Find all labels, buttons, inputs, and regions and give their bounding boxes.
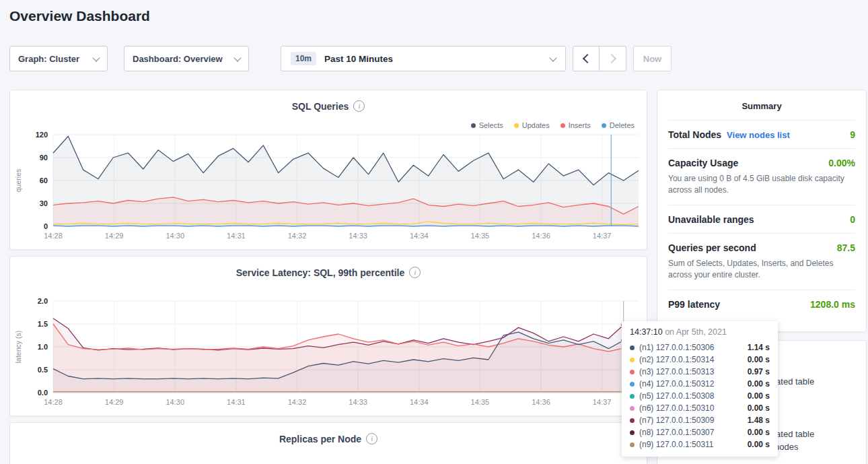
series-dot-icon [630, 418, 635, 423]
svg-text:14:30: 14:30 [166, 232, 184, 240]
svg-text:14:33: 14:33 [349, 398, 367, 406]
summary-rows: Total NodesView nodes list9Capacity Usag… [657, 120, 866, 318]
chevron-left-icon [582, 54, 591, 63]
summary-value: 0.00% [828, 158, 855, 168]
legend-dot-icon [602, 123, 606, 128]
tooltip-row: (n7) 127.0.0.1:503091.48 s [630, 414, 770, 426]
summary-panel: Summary Total NodesView nodes list9Capac… [657, 90, 867, 332]
view-nodes-link[interactable]: View nodes list [727, 130, 790, 140]
overview-dashboard-page: Overview Dashboard Graph: Cluster Dashbo… [0, 0, 868, 464]
tooltip-row: (n3) 127.0.0.1:503130.97 s [630, 366, 770, 378]
tooltip-node-value: 0.00 s [748, 428, 770, 437]
dashboard-dropdown-label: Dashboard: Overview [133, 54, 223, 64]
info-icon[interactable]: i [409, 267, 421, 278]
time-prev-button[interactable] [573, 46, 600, 71]
tooltip-row: (n4) 127.0.0.1:503120.00 s [630, 378, 770, 390]
svg-text:14:35: 14:35 [471, 398, 490, 406]
tooltip-node-label: (n4) 127.0.0.1:50312 [639, 379, 714, 389]
legend-dot-icon [514, 123, 519, 128]
graph-dropdown[interactable]: Graph: Cluster [9, 46, 108, 71]
time-range-selector[interactable]: 10m Past 10 Minutes [281, 46, 566, 71]
tooltip-node-value: 0.97 s [748, 367, 770, 376]
info-icon[interactable]: i [366, 433, 377, 444]
svg-text:120: 120 [36, 131, 48, 139]
chart-title-row: Replicas per Node i [10, 423, 647, 444]
tooltip-row: (n2) 127.0.0.1:503140.00 s [630, 354, 770, 366]
legend-dot-icon [560, 123, 565, 128]
svg-text:14:32: 14:32 [288, 232, 307, 240]
svg-text:14:36: 14:36 [532, 232, 550, 240]
series-dot-icon [630, 370, 635, 374]
chart-hover-tooltip: 14:37:10 on Apr 5th, 2021 (n1) 127.0.0.1… [622, 321, 778, 457]
charts-column: SQL Queries i SelectsUpdatesInsertsDelet… [9, 90, 647, 464]
tooltip-row: (n6) 127.0.0.1:503100.00 s [630, 402, 770, 414]
time-range-badge: 10m [291, 52, 316, 65]
svg-text:14:28: 14:28 [44, 398, 63, 406]
svg-text:14:28: 14:28 [44, 232, 63, 240]
svg-text:60: 60 [40, 176, 48, 185]
dashboard-dropdown[interactable]: Dashboard: Overview [124, 46, 249, 71]
event-item: nodes [774, 442, 798, 452]
chart-title: Replicas per Node [279, 434, 361, 444]
tooltip-row: (n9) 127.0.0.1:503110.00 s [630, 438, 770, 451]
tooltip-node-value: 1.14 s [748, 343, 770, 352]
series-dot-icon [630, 382, 635, 387]
svg-text:14:34: 14:34 [410, 232, 429, 240]
tooltip-rows: (n1) 127.0.0.1:503061.14 s(n2) 127.0.0.1… [630, 341, 770, 451]
service-latency-chart[interactable]: 0.00.51.01.52.014:2814:2914:3014:3114:32… [10, 294, 647, 410]
sql-queries-chart[interactable]: 030609012014:2814:2914:3014:3114:3214:33… [10, 128, 647, 244]
svg-text:0.5: 0.5 [38, 366, 48, 374]
svg-text:14:31: 14:31 [227, 398, 246, 406]
summary-row: Total NodesView nodes list9 [668, 120, 855, 148]
svg-text:1.5: 1.5 [38, 320, 48, 328]
summary-value: 87.5 [837, 242, 855, 253]
tooltip-node-label: (n6) 127.0.0.1:50310 [639, 403, 714, 413]
summary-row: Queries per second87.5Sum of Selects, Up… [668, 233, 855, 290]
svg-text:14:36: 14:36 [532, 398, 550, 406]
chart-title: Service Latency: SQL, 99th percentile [236, 267, 405, 278]
svg-text:0.0: 0.0 [38, 389, 48, 397]
chevron-right-icon [607, 54, 616, 63]
legend-dot-icon [471, 123, 476, 128]
svg-text:1.0: 1.0 [38, 343, 48, 351]
time-range-label: Past 10 Minutes [324, 54, 393, 64]
tooltip-timestamp: 14:37:10 on Apr 5th, 2021 [630, 327, 770, 337]
series-dot-icon [630, 430, 635, 435]
info-icon[interactable]: i [353, 100, 365, 112]
tooltip-node-label: (n7) 127.0.0.1:50309 [639, 416, 714, 425]
summary-value: 0 [850, 214, 855, 225]
tooltip-row: (n1) 127.0.0.1:503061.14 s [630, 341, 770, 354]
tooltip-node-value: 0.00 s [748, 355, 770, 364]
replicas-per-node-chart-card: Replicas per Node i [9, 422, 647, 464]
chevron-down-icon [233, 54, 241, 61]
svg-text:2.0: 2.0 [38, 297, 48, 305]
series-dot-icon [630, 442, 635, 447]
svg-text:14:37: 14:37 [593, 232, 612, 240]
time-next-button[interactable] [600, 46, 626, 71]
svg-text:14:30: 14:30 [166, 398, 184, 406]
now-button[interactable]: Now [633, 46, 672, 71]
tooltip-node-value: 0.00 s [748, 440, 770, 449]
svg-text:14:29: 14:29 [105, 398, 124, 406]
svg-text:14:31: 14:31 [227, 232, 246, 240]
summary-row: Capacity Usage0.00%You are using 0 B of … [668, 148, 855, 205]
series-dot-icon [630, 394, 635, 399]
summary-title: Summary [657, 90, 866, 120]
svg-text:14:29: 14:29 [105, 232, 124, 240]
chevron-down-icon [549, 54, 556, 61]
tooltip-node-label: (n3) 127.0.0.1:50313 [639, 367, 714, 376]
tooltip-node-label: (n9) 127.0.0.1:50311 [639, 440, 714, 449]
svg-text:14:34: 14:34 [410, 398, 429, 406]
time-nav-buttons [573, 46, 626, 71]
summary-label: P99 latency [668, 299, 720, 310]
svg-text:0: 0 [44, 222, 48, 230]
summary-label: Queries per second [668, 242, 756, 253]
summary-description: Sum of Selects, Updates, Inserts, and De… [668, 258, 851, 281]
series-dot-icon [630, 358, 635, 362]
svg-text:latency (s): latency (s) [14, 331, 22, 363]
tooltip-node-label: (n5) 127.0.0.1:50308 [639, 391, 714, 401]
svg-text:14:32: 14:32 [288, 398, 307, 406]
chart-title-row: SQL Queries i [10, 90, 647, 112]
tooltip-row: (n5) 127.0.0.1:503080.00 s [630, 390, 770, 402]
chart-title: SQL Queries [292, 101, 349, 112]
